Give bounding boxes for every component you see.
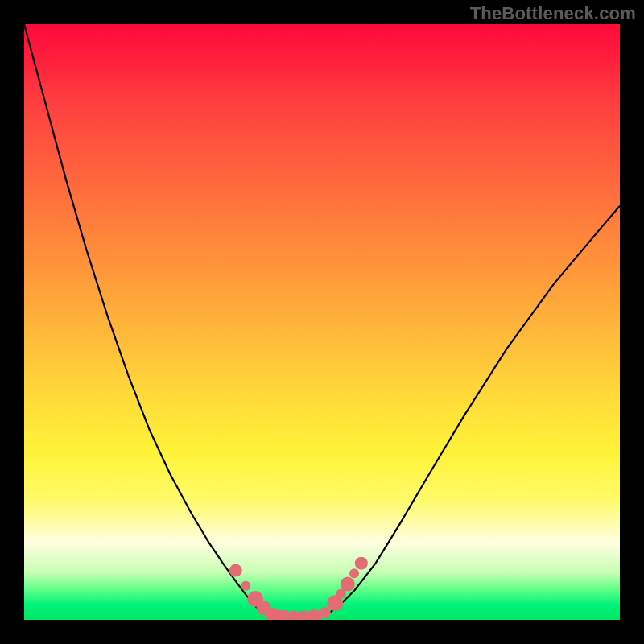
data-marker <box>241 581 250 591</box>
chart-frame: TheBottleneck.com <box>0 0 644 644</box>
watermark-text: TheBottleneck.com <box>470 3 636 24</box>
bottleneck-curve <box>24 24 620 619</box>
data-marker <box>341 577 355 592</box>
curve-layer <box>24 24 620 620</box>
data-marker <box>355 557 368 570</box>
plot-area <box>24 24 620 620</box>
data-marker <box>229 564 242 577</box>
data-marker <box>349 568 359 578</box>
data-marker <box>320 607 331 618</box>
marker-group <box>229 557 368 620</box>
